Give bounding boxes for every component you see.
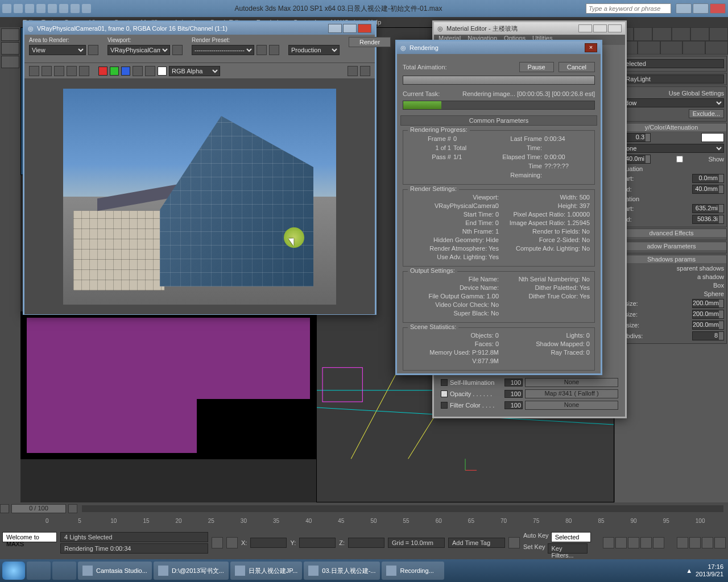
clock[interactable]: 17:16 2013/9/21 [696,563,726,578]
command-tabs[interactable] [615,27,728,41]
prev-frame-icon[interactable] [0,504,9,513]
material-editor-titlebar[interactable]: ◎ Material Editor - 主楼玻璃 [434,22,625,35]
pinned-explorer-icon[interactable] [52,562,76,580]
lock-icon[interactable] [172,45,183,55]
channel-select[interactable]: RGB Alpha [169,66,220,76]
show-checkbox[interactable] [676,156,683,163]
lock-icon[interactable] [212,537,223,548]
atten1-start-spinner[interactable]: 0.0mm [692,174,724,183]
pause-button[interactable]: Pause [519,62,554,72]
left-toolbar[interactable] [0,27,20,502]
prompt-box[interactable]: Welcome to MAXS [2,532,57,542]
minimize-button[interactable] [578,24,592,32]
task-button[interactable]: 日景人视公建JP... [230,562,303,580]
timeline-track[interactable] [82,505,723,512]
task-button[interactable]: Recording... [382,562,444,580]
preset-load-icon[interactable] [257,45,267,55]
copy-icon[interactable] [42,66,52,76]
color-swatch[interactable] [701,133,724,142]
minimize-button[interactable] [676,3,692,14]
prev-key-icon[interactable] [615,537,627,548]
time-slider[interactable]: 0 / 100 [0,502,728,515]
rollout-header[interactable]: adow Parameters [617,242,726,250]
command-subtabs[interactable] [615,41,728,55]
vray-frame-buffer-window[interactable]: ◎ VRayPhysicalCamera01, frame 0, RGBA Co… [23,20,377,315]
command-panel[interactable]: Selected VRayLight Use Global Settings a… [614,27,728,502]
maximize-button[interactable] [693,3,709,14]
subdivs-spinner[interactable]: 8 [692,331,724,340]
save-icon[interactable] [29,66,39,76]
tray-icon[interactable]: ▲ [686,567,692,574]
toggle-overlay-icon[interactable] [360,66,370,76]
atten2-start-spinner[interactable]: 635.2mi [692,204,724,213]
vfb-titlebar[interactable]: ◎ VRayPhysicalCamera01, frame 0, RGBA Co… [24,22,375,35]
swatch-icon[interactable] [158,66,167,76]
maximize-vp-icon[interactable] [714,537,726,548]
print-icon[interactable] [67,66,77,76]
toggle-ui-icon[interactable] [348,66,358,76]
object-dropdown[interactable]: Selected [619,59,724,68]
play-icon[interactable] [628,537,639,548]
decay-select[interactable]: None [619,144,724,153]
frame-slider[interactable]: 0 / 100 [11,504,66,513]
z-coord-input[interactable] [348,538,384,548]
delete-icon[interactable] [79,66,89,76]
rollout-header[interactable]: Shadows params [617,255,726,263]
preset-select[interactable]: ------------------------- [192,45,254,55]
pinned-ie-icon[interactable] [27,562,51,580]
vsize-spinner[interactable]: 200.0mm [692,310,724,319]
red-channel-toggle[interactable] [98,66,107,76]
viewport-select[interactable]: VRayPhysicalCam [107,45,170,55]
exclude-button[interactable]: Exclude... [689,109,724,118]
atten2-end-spinner[interactable]: 5036.3i [692,215,724,224]
tool-icon[interactable] [1,28,19,41]
keymode-select[interactable]: Selected [551,532,591,542]
y-coord-input[interactable] [299,538,336,548]
rendering-titlebar[interactable]: ◎ Rendering × [397,41,601,54]
windows-taskbar[interactable]: Camtasia Studio... D:\@2013写书文... 日景人视公建… [0,559,728,582]
preset-save-icon[interactable] [269,45,279,55]
output-select[interactable]: Production [288,45,340,55]
atten1-end-spinner[interactable]: 40.0mm [692,185,724,194]
minimize-button[interactable] [328,24,342,33]
blue-channel-toggle[interactable] [121,66,130,76]
common-params-header[interactable]: Common Parameters [400,115,597,126]
task-button[interactable]: Camtasia Studio... [78,562,152,580]
usize-spinner[interactable]: 200.0mm [692,299,724,308]
render-output-view[interactable] [24,79,375,314]
goto-start-icon[interactable] [603,537,614,548]
tool-icon[interactable] [1,42,19,55]
alpha-toggle[interactable] [133,66,143,76]
add-time-tag[interactable]: Add Time Tag [448,538,505,548]
close-button[interactable]: × [585,43,597,52]
help-search-input[interactable] [586,3,671,14]
zoom-icon[interactable] [689,537,701,548]
maximize-button[interactable] [593,24,607,32]
area-select[interactable]: View [29,45,86,55]
mono-toggle[interactable] [145,66,155,76]
keyfilters-button[interactable]: Key Filters... [548,543,588,554]
orbit-icon[interactable] [702,537,713,548]
viewport-bottom-left[interactable] [20,311,316,459]
green-channel-toggle[interactable] [110,66,119,76]
task-button[interactable]: D:\@2013写书文... [154,562,229,580]
next-frame-icon[interactable] [68,504,77,513]
key-icon[interactable] [508,537,520,548]
viewport-nav-controls[interactable] [677,537,726,548]
x-coord-input[interactable] [250,538,287,548]
pan-icon[interactable] [677,537,688,548]
rollout-header[interactable]: dvanced Effects [617,229,726,237]
region-icon[interactable] [88,45,98,55]
quick-access-toolbar[interactable] [2,4,91,13]
system-tray[interactable]: ▲ 17:16 2013/9/21 [686,563,726,578]
wsize-spinner[interactable]: 200.0mm [692,321,724,330]
object-name[interactable]: VRayLight [619,74,724,84]
render-button[interactable]: Render [349,37,391,47]
goto-end-icon[interactable] [653,537,664,548]
close-button[interactable] [358,24,371,33]
selection-lock-icon[interactable] [226,537,238,548]
rollout-header[interactable]: y/Color/Attenuation [617,123,726,131]
next-key-icon[interactable] [640,537,652,548]
clone-icon[interactable] [54,66,64,76]
playback-controls[interactable] [603,537,664,548]
